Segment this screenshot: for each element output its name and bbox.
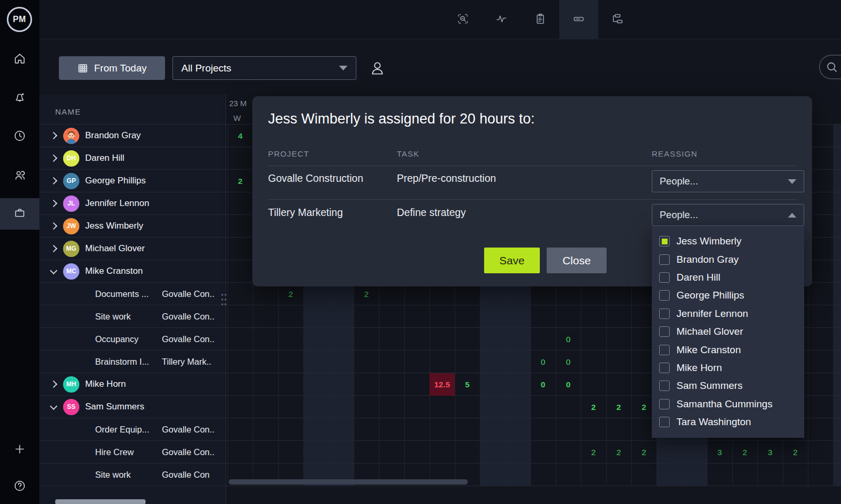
chevron-right-icon[interactable] [50,177,57,184]
workload-cell[interactable]: 3 [757,441,783,464]
reassign-people-select[interactable]: People... [652,170,804,192]
workload-cell[interactable]: 2 [606,396,631,418]
checkbox-unchecked[interactable] [659,399,670,409]
chevron-down-icon[interactable] [50,267,57,274]
chevron-right-icon[interactable] [50,155,57,162]
task-row[interactable]: Documents ...Govalle Con.. [39,283,225,305]
workload-cell[interactable]: 2 [732,441,757,464]
person-row[interactable]: SSSam Summers [39,396,225,418]
task-row[interactable]: Site workGovalle Con.. [39,305,225,328]
checkbox-unchecked[interactable] [659,326,670,337]
workload-cell[interactable]: 0 [556,373,581,396]
sidebar-item-home[interactable] [0,44,39,75]
checkbox-unchecked[interactable] [659,272,670,283]
dropdown-option[interactable]: Michael Glover [652,323,804,341]
chevron-right-icon[interactable] [50,380,57,388]
checkbox-unchecked[interactable] [659,380,670,391]
person-row[interactable]: JLJennifer Lennon [39,192,225,215]
save-button[interactable]: Save [484,248,540,273]
sidebar-item-projects[interactable] [0,198,39,230]
sidebar-item-team[interactable] [0,160,39,192]
workload-cell[interactable]: 3 [707,441,732,464]
tab-tasks[interactable] [521,0,560,39]
person-row[interactable]: GPGeorge Phillips [39,170,225,192]
search-field[interactable] [819,55,841,79]
sidebar-item-history[interactable] [0,121,39,152]
workload-cell[interactable]: 4 [228,125,253,147]
dropdown-option[interactable]: Brandon Gray [652,250,804,268]
dropdown-option[interactable]: George Phillips [652,286,804,304]
checkbox-unchecked[interactable] [659,308,670,319]
sidebar-item-add[interactable] [0,434,39,466]
workload-cell[interactable]: 0 [530,351,556,373]
dropdown-option[interactable]: Daren Hill [652,269,804,286]
task-row[interactable]: Order Equip...Govalle Con.. [39,418,225,441]
checkbox-unchecked[interactable] [659,254,670,265]
workload-cell[interactable]: 2 [228,170,253,192]
workload-cell[interactable]: 2 [606,441,631,464]
person-row[interactable]: Brandon Gray [39,125,225,147]
dropdown-option[interactable]: Sam Summers [652,377,804,395]
dropdown-option-label: Mike Horn [676,362,722,374]
from-today-button[interactable]: From Today [59,56,165,80]
tab-board[interactable] [598,0,637,39]
board-icon [611,13,623,27]
chevron-up-icon [788,213,796,218]
person-row[interactable]: JWJess Wimberly [39,215,225,238]
dropdown-option[interactable]: Mike Horn [652,359,804,377]
dropdown-option-label: Tara Washington [676,416,751,428]
task-row[interactable]: Hire CrewGovalle Con.. [39,441,225,464]
people-icon [13,169,26,184]
checkbox-unchecked[interactable] [659,345,670,355]
dropdown-option[interactable]: Samantha Cummings [652,395,804,413]
zoom-search-icon [457,13,469,27]
tab-workload[interactable] [559,0,598,39]
checkbox-unchecked[interactable] [659,417,670,427]
task-row[interactable]: Site workGovalle Con [39,464,225,486]
workload-cell[interactable]: 0 [556,328,581,351]
tab-activity[interactable] [482,0,521,39]
person-row[interactable]: MCMike Cranston [39,260,225,283]
app-logo[interactable]: PM [7,7,32,32]
workload-cell[interactable]: 2 [581,441,606,464]
person-row[interactable]: MGMichael Glover [39,238,225,260]
task-row[interactable]: OccupancyGovalle Con.. [39,328,225,351]
dropdown-option[interactable]: Mike Cranston [652,341,804,358]
avatar: GP [63,173,79,189]
task-row[interactable]: Brainstorm I...Tillery Mark.. [39,351,225,373]
chevron-right-icon[interactable] [50,222,57,230]
checkbox-checked[interactable] [659,236,670,246]
dropdown-option[interactable]: Jennifer Lennon [652,305,804,323]
assignee-filter-button[interactable] [366,56,388,80]
grid-horizontal-scrollbar[interactable] [229,479,468,485]
workload-cell[interactable]: 0 [556,351,581,373]
workload-cell[interactable]: 2 [783,441,808,464]
panel-horizontal-scrollbar[interactable] [55,499,146,504]
tab-zoom-search[interactable] [444,0,483,39]
workload-cell[interactable]: 0 [530,373,556,396]
close-button[interactable]: Close [547,248,607,273]
reassign-people-select[interactable]: People... [652,204,804,226]
task-project: Govalle Con.. [162,425,214,435]
workload-cell[interactable]: 2 [581,396,606,418]
sidebar-item-help[interactable] [0,471,39,502]
person-row[interactable]: DHDaren Hill [39,147,225,170]
chevron-right-icon[interactable] [50,132,57,139]
checkbox-unchecked[interactable] [659,290,670,301]
column-header-project: PROJECT [268,149,309,158]
chevron-down-icon[interactable] [50,403,57,410]
panel-resize-handle[interactable] [221,292,227,309]
workload-cell[interactable]: 5 [455,373,480,396]
sidebar-item-notifications[interactable] [0,83,39,114]
checkbox-unchecked[interactable] [659,363,670,373]
projects-filter-select[interactable]: All Projects [172,56,356,80]
chevron-right-icon[interactable] [50,245,57,252]
workload-cell-overallocated[interactable]: 12.5 [429,373,455,396]
tasks-icon [534,13,547,27]
workload-cell[interactable]: 2 [631,441,657,464]
assignment-task: Define strategy [397,207,466,219]
person-row[interactable]: MHMike Horn [39,373,225,396]
chevron-right-icon[interactable] [50,200,57,207]
dropdown-option[interactable]: Tara Washington [652,413,804,431]
dropdown-option[interactable]: Jess Wimberly [652,232,804,250]
